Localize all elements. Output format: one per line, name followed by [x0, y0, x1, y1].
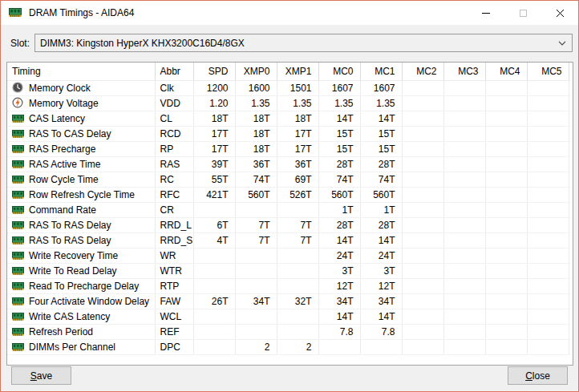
- value-cell: [277, 248, 318, 263]
- value-cell: 17T: [193, 126, 235, 141]
- table-row[interactable]: DIMMs Per ChannelDPC22: [7, 339, 569, 354]
- column-header-xmp1[interactable]: XMP1: [277, 63, 318, 80]
- clock-icon: [12, 82, 25, 93]
- value-cell: [527, 232, 569, 248]
- timing-label: Refresh Period: [29, 326, 93, 337]
- value-cell: [402, 293, 443, 309]
- table-row[interactable]: Read To Precharge DelayRTP12T12T: [7, 278, 569, 293]
- filler-cell: [569, 202, 569, 217]
- value-cell: [402, 95, 443, 111]
- value-cell: [485, 248, 527, 263]
- column-header-spd[interactable]: SPD: [193, 63, 235, 80]
- table-row[interactable]: RAS To CAS DelayRCD17T18T17T15T15T: [7, 126, 569, 141]
- value-cell: 560T: [318, 187, 360, 202]
- abbr-cell: RAS: [155, 156, 193, 172]
- value-cell: 14T: [318, 111, 360, 126]
- table-row[interactable]: Memory VoltageVDD1.201.351.351.351.35: [7, 95, 569, 111]
- column-header-mc4[interactable]: MC4: [485, 63, 527, 80]
- table-row[interactable]: Row Cycle TimeRC55T74T69T74T74T: [7, 172, 569, 187]
- table-row[interactable]: Four Activate Window DelayFAW26T34T32T34…: [7, 293, 569, 309]
- abbr-cell: CR: [155, 202, 193, 217]
- timing-label: RAS Active Time: [29, 159, 100, 170]
- value-cell: 14T: [318, 309, 360, 324]
- table-row[interactable]: RAS To RAS DelayRRD_S4T7T7T14T14T: [7, 232, 569, 248]
- column-header-mc0[interactable]: MC0: [318, 63, 360, 80]
- dram-module-icon: [12, 191, 25, 200]
- column-header-xmp0[interactable]: XMP0: [235, 63, 277, 80]
- minimize-icon: [482, 13, 490, 14]
- value-cell: 74T: [318, 172, 360, 187]
- value-cell: 7.8: [318, 324, 360, 339]
- slot-dropdown[interactable]: DIMM3: Kingston HyperX KHX3200C16D4/8GX: [34, 34, 573, 52]
- table-row[interactable]: Memory ClockClk12001600150116071607: [7, 80, 569, 95]
- value-cell: [443, 339, 485, 354]
- filler-cell: [569, 263, 569, 278]
- value-cell: 7T: [277, 232, 318, 248]
- value-cell: [277, 309, 318, 324]
- table-row[interactable]: Row Refresh Cycle TimeRFC421T560T526T560…: [7, 187, 569, 202]
- table-row[interactable]: Refresh PeriodREF7.87.8: [7, 324, 569, 339]
- value-cell: 55T: [193, 172, 235, 187]
- timing-label: RAS To RAS Delay: [29, 220, 111, 231]
- value-cell: [402, 80, 443, 95]
- value-cell: 1607: [360, 80, 402, 95]
- value-cell: [443, 217, 485, 232]
- table-row[interactable]: RAS To RAS DelayRRD_L6T7T7T28T28T: [7, 217, 569, 232]
- filler-cell: [569, 293, 569, 309]
- table-row[interactable]: Write CAS LatencyWCL14T14T: [7, 309, 569, 324]
- abbr-cell: RRD_L: [155, 217, 193, 232]
- value-cell: [443, 232, 485, 248]
- dram-module-icon: [12, 297, 25, 306]
- value-cell: [402, 263, 443, 278]
- value-cell: [485, 202, 527, 217]
- close-window-button[interactable]: [541, 1, 578, 25]
- value-cell: 36T: [277, 156, 318, 172]
- timing-cell: Write CAS Latency: [7, 309, 155, 324]
- timing-cell: Four Activate Window Delay: [7, 293, 155, 309]
- chevron-down-icon: [558, 41, 566, 46]
- value-cell: [402, 126, 443, 141]
- value-cell: [443, 248, 485, 263]
- table-row[interactable]: Write To Read DelayWTR3T3T: [7, 263, 569, 278]
- timing-label: CAS Latency: [29, 113, 85, 124]
- column-header-mc5[interactable]: MC5: [527, 63, 569, 80]
- value-cell: [527, 324, 569, 339]
- value-cell: 17T: [277, 141, 318, 156]
- lightning-icon: [12, 97, 25, 108]
- value-cell: [443, 324, 485, 339]
- filler-cell: [569, 309, 569, 324]
- value-cell: 15T: [318, 141, 360, 156]
- value-cell: [402, 111, 443, 126]
- filler-cell: [569, 95, 569, 111]
- column-header-mc2[interactable]: MC2: [402, 63, 443, 80]
- table-row[interactable]: Command RateCR1T1T: [7, 202, 569, 217]
- value-cell: [485, 278, 527, 293]
- window-title: DRAM Timings - AIDA64: [29, 7, 134, 18]
- table-row[interactable]: RAS PrechargeRP17T18T17T15T15T: [7, 141, 569, 156]
- table-row[interactable]: CAS LatencyCL18T18T18T14T14T: [7, 111, 569, 126]
- timing-label: Write To Read Delay: [29, 265, 117, 277]
- table-row[interactable]: RAS Active TimeRAS39T36T36T28T28T: [7, 156, 569, 172]
- value-cell: 17T: [193, 141, 235, 156]
- save-button[interactable]: Save: [11, 366, 71, 385]
- table-row[interactable]: Write Recovery TimeWR24T24T: [7, 248, 569, 263]
- filler-cell: [569, 141, 569, 156]
- value-cell: [443, 95, 485, 111]
- column-header-abbr[interactable]: Abbr: [155, 63, 193, 80]
- value-cell: [527, 293, 569, 309]
- value-cell: 7.8: [360, 324, 402, 339]
- filler-cell: [569, 248, 569, 263]
- column-header-mc1[interactable]: MC1: [360, 63, 402, 80]
- value-cell: [193, 324, 235, 339]
- value-cell: 18T: [277, 111, 318, 126]
- close-button[interactable]: Close: [508, 366, 568, 385]
- filler-cell: [569, 187, 569, 202]
- column-header-timing[interactable]: Timing: [7, 63, 155, 80]
- value-cell: [443, 263, 485, 278]
- filler-cell: [569, 232, 569, 248]
- value-cell: [443, 126, 485, 141]
- value-cell: [485, 339, 527, 354]
- column-header-mc3[interactable]: MC3: [443, 63, 485, 80]
- value-cell: [277, 202, 318, 217]
- minimize-button[interactable]: [468, 1, 504, 25]
